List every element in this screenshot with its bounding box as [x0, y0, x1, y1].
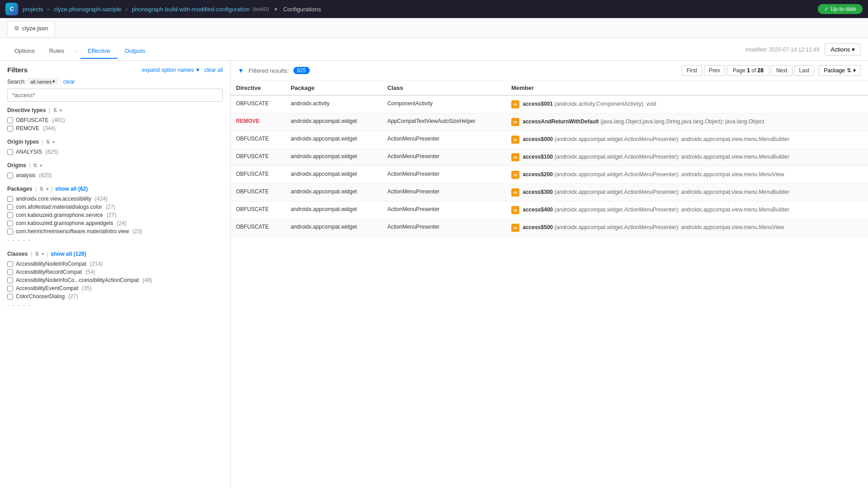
table-row[interactable]: OBFUSCATE androidx.activity ComponentAct… — [231, 95, 868, 113]
table-row[interactable]: OBFUSCATE androidx.appcompat.widget Acti… — [231, 166, 868, 184]
member-cell: m access$300 (androidx.appcompat.widget.… — [506, 184, 868, 202]
filter-item-class-5[interactable]: ColorChooserDialog (27) — [7, 292, 223, 300]
class-1-count: (214) — [90, 261, 103, 267]
table-row[interactable]: OBFUSCATE androidx.appcompat.widget Acti… — [231, 219, 868, 237]
origin-types-label: Origin types — [7, 139, 39, 145]
actions-button[interactable]: Actions ▾ — [825, 43, 861, 56]
sort-package-button[interactable]: Package ⇅ ▾ — [819, 65, 861, 76]
classes-sort-icon[interactable]: ⇅ — [35, 251, 39, 257]
next-button[interactable]: Next — [771, 65, 793, 76]
package-5-checkbox[interactable] — [7, 229, 13, 235]
origins-sort-icon[interactable]: ⇅ — [33, 163, 37, 169]
member-cell: m access$400 (androidx.appcompat.widget.… — [506, 202, 868, 219]
directive-types-sort-icon[interactable]: ⇅ — [53, 108, 57, 113]
origin-types-sort-arrow: ▾ — [52, 140, 55, 145]
packages-more-dots[interactable]: · · · · · — [7, 235, 223, 244]
table-row[interactable]: OBFUSCATE androidx.appcompat.widget Acti… — [231, 131, 868, 149]
clear-all-button[interactable]: clear all — [204, 67, 223, 73]
obfuscate-checkbox[interactable] — [7, 117, 13, 123]
directive-cell: REMOVE — [231, 113, 285, 131]
file-tab-label: clyze.json — [22, 25, 48, 32]
build-badge: (build2) — [252, 6, 269, 12]
package-2-checkbox[interactable] — [7, 204, 13, 210]
class-3-checkbox[interactable] — [7, 277, 13, 283]
filter-item-package-3[interactable]: com.kabouzeid.gramophone.service (27) — [7, 211, 223, 219]
filter-item-class-3[interactable]: AccessibilityNodeInfoCo...ccessibilityAc… — [7, 276, 223, 284]
filter-item-package-1[interactable]: androidx.core.view.accessibility (424) — [7, 195, 223, 203]
class-cell: ActionMenuPresenter — [382, 202, 506, 219]
directive-cell: OBFUSCATE — [231, 131, 285, 149]
packages-group: Packages | ⇅ ▾ | show all (62) androidx.… — [7, 186, 223, 244]
search-pipe: | — [60, 79, 61, 85]
content-area: ▼ Filtered results: 825 First Prev Page … — [231, 61, 868, 488]
class-4-count: (35) — [82, 285, 91, 291]
search-clear-link[interactable]: clear — [63, 79, 75, 85]
file-tab[interactable]: ⚙ clyze.json — [7, 21, 55, 36]
all-names-dropdown[interactable]: all names ▾ — [28, 78, 58, 85]
table-row[interactable]: OBFUSCATE androidx.appcompat.widget Acti… — [231, 149, 868, 166]
class-cell: ActionMenuPresenter — [382, 149, 506, 166]
filters-header: Filters expand option names ▼ clear all — [7, 66, 223, 74]
filter-item-class-4[interactable]: AccessibilityEventCompat (35) — [7, 284, 223, 292]
filter-item-package-4[interactable]: com.kabouzeid.gramophone.appwidgets (24) — [7, 219, 223, 227]
nav-project1[interactable]: clyze-phonograph-sample — [54, 6, 122, 13]
class-cell: ActionMenuPresenter — [382, 131, 506, 149]
class-1-checkbox[interactable] — [7, 261, 13, 267]
member-sig: (java.lang.Object,java.lang.String,java.… — [600, 118, 764, 125]
filtered-label: Filtered results: — [249, 67, 289, 74]
table-row[interactable]: OBFUSCATE androidx.appcompat.widget Acti… — [231, 202, 868, 219]
filter-item-obfuscate[interactable]: OBFUSCATE (481) — [7, 116, 223, 124]
search-input[interactable] — [7, 89, 223, 102]
origin-types-group: Origin types | ⇅ ▾ ANALYSIS (825) — [7, 139, 223, 156]
search-row: Search: all names ▾ | clear — [7, 78, 223, 85]
first-button[interactable]: First — [682, 65, 702, 76]
main-layout: Filters expand option names ▼ clear all … — [0, 61, 868, 488]
nav-project2[interactable]: phonograph-build-with-modified-configura… — [132, 6, 250, 13]
class-cell: AppCompatTextViewAutoSizeHelper — [382, 113, 506, 131]
filter-item-remove[interactable]: REMOVE (344) — [7, 124, 223, 132]
nav-projects[interactable]: projects — [23, 6, 43, 13]
tab-rules[interactable]: Rules — [42, 44, 71, 59]
member-name: access$100 — [523, 154, 553, 160]
table-row[interactable]: REMOVE androidx.appcompat.widget AppComp… — [231, 113, 868, 131]
origins-group: Origins | ⇅ ▾ analysis (825) — [7, 162, 223, 179]
package-1-checkbox[interactable] — [7, 196, 13, 202]
class-2-checkbox[interactable] — [7, 269, 13, 275]
class-3-label: AccessibilityNodeInfoCo...ccessibilityAc… — [16, 277, 139, 283]
expand-option-names-button[interactable]: expand option names ▼ — [142, 67, 201, 73]
member-icon: m — [511, 118, 519, 126]
member-name: access$500 — [523, 224, 553, 230]
filter-item-package-5[interactable]: com.heinrichreimsersoftware.materialintr… — [7, 227, 223, 235]
table-row[interactable]: OBFUSCATE androidx.appcompat.widget Acti… — [231, 184, 868, 202]
packages-show-all-link[interactable]: show all (62) — [55, 186, 88, 192]
class-3-count: (48) — [142, 277, 152, 283]
filter-item-analysis-origin[interactable]: analysis (825) — [7, 171, 223, 179]
classes-header: Classes | ⇅ ▾ | show all (128) — [7, 251, 223, 257]
inner-tabs-right: modified: 2020-07-14 12:11:49 Actions ▾ — [745, 43, 861, 58]
tab-options[interactable]: Options — [7, 44, 42, 59]
class-4-checkbox[interactable] — [7, 286, 13, 291]
packages-sort-icon[interactable]: ⇅ — [39, 186, 43, 192]
filter-item-class-1[interactable]: AccessibilityNodeInfoCompat (214) — [7, 260, 223, 268]
class-5-checkbox[interactable] — [7, 294, 13, 300]
tab-outputs[interactable]: Outputs — [118, 44, 153, 59]
class-2-label: AccessibilityRecordCompat — [16, 269, 82, 275]
remove-checkbox[interactable] — [7, 126, 13, 131]
package-cell: androidx.appcompat.widget — [285, 219, 382, 237]
filter-item-analysis[interactable]: ANALYSIS (825) — [7, 148, 223, 156]
package-3-checkbox[interactable] — [7, 212, 13, 218]
classes-more-dots[interactable]: · · · · · — [7, 300, 223, 310]
tab-bar: ⚙ clyze.json — [0, 18, 868, 38]
origin-types-sort-icon[interactable]: ⇅ — [46, 139, 50, 145]
analysis-origins-checkbox[interactable] — [7, 173, 13, 178]
classes-show-all-link[interactable]: show all (128) — [51, 251, 86, 257]
analysis-origin-checkbox[interactable] — [7, 149, 13, 155]
package-3-label: com.kabouzeid.gramophone.service — [16, 212, 103, 218]
filter-item-package-2[interactable]: com.afollestad.materialdialogs.color (27… — [7, 203, 223, 211]
filter-icon[interactable]: ▼ — [238, 67, 244, 74]
package-4-checkbox[interactable] — [7, 221, 13, 226]
filter-item-class-2[interactable]: AccessibilityRecordCompat (54) — [7, 268, 223, 276]
tab-effective[interactable]: Effective — [80, 44, 118, 59]
last-button[interactable]: Last — [794, 65, 815, 76]
prev-button[interactable]: Prev — [704, 65, 725, 76]
